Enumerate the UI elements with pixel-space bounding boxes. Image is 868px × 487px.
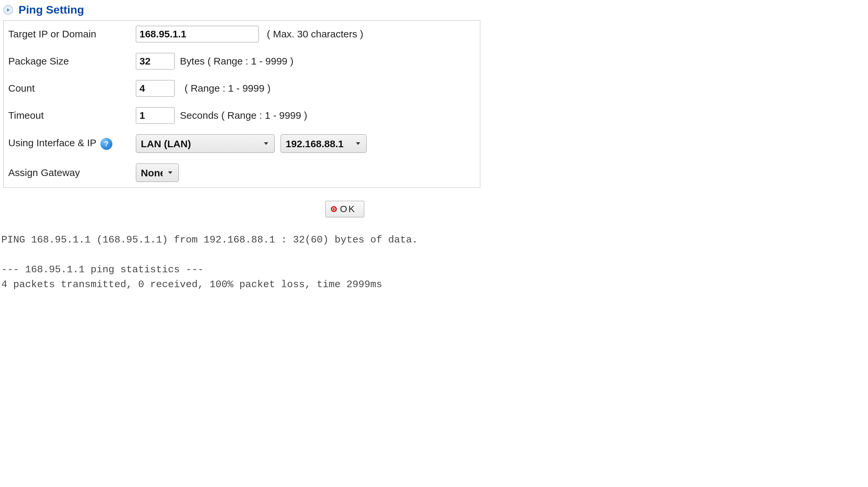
help-icon[interactable]: ? <box>100 138 113 150</box>
gateway-select-wrap: None <box>136 164 179 182</box>
label-timeout: Timeout <box>4 102 131 129</box>
chevron-right-icon <box>3 5 13 15</box>
row-count: Count ( Range : 1 - 9999 ) <box>4 75 480 102</box>
button-row: OK <box>3 201 364 218</box>
interface-select-wrap: LAN (LAN) <box>136 134 275 153</box>
label-count: Count <box>4 75 131 102</box>
ping-setting-panel: Target IP or Domain ( Max. 30 characters… <box>3 20 480 188</box>
ip-select[interactable]: 192.168.88.1 <box>281 134 367 153</box>
hint-target: ( Max. 30 characters ) <box>267 28 363 39</box>
row-interface: Using Interface & IP ? LAN (LAN) 192.168… <box>4 129 480 158</box>
target-input[interactable] <box>136 26 259 42</box>
ok-button[interactable]: OK <box>325 201 364 218</box>
row-gateway: Assign Gateway None <box>4 158 480 187</box>
label-gateway: Assign Gateway <box>4 158 131 187</box>
package-size-input[interactable] <box>136 53 175 69</box>
record-dot-icon <box>331 206 337 212</box>
gateway-select[interactable]: None <box>136 164 179 182</box>
ping-output: PING 168.95.1.1 (168.95.1.1) from 192.16… <box>1 233 481 292</box>
hint-timeout: Seconds ( Range : 1 - 9999 ) <box>180 110 307 121</box>
row-package-size: Package Size Bytes ( Range : 1 - 9999 ) <box>4 48 480 75</box>
label-interface: Using Interface & IP <box>8 137 96 148</box>
hint-count: ( Range : 1 - 9999 ) <box>184 83 270 94</box>
row-target: Target IP or Domain ( Max. 30 characters… <box>4 21 480 48</box>
row-timeout: Timeout Seconds ( Range : 1 - 9999 ) <box>4 102 480 129</box>
timeout-input[interactable] <box>136 107 175 124</box>
label-target: Target IP or Domain <box>4 21 131 48</box>
panel-title: Ping Setting <box>19 3 84 16</box>
count-input[interactable] <box>136 80 175 96</box>
panel-header: Ping Setting <box>3 3 481 16</box>
label-package-size: Package Size <box>4 48 131 75</box>
ping-setting-page: Ping Setting Target IP or Domain ( Max. … <box>0 0 481 305</box>
ok-button-label: OK <box>340 204 356 214</box>
ip-select-wrap: 192.168.88.1 <box>281 134 367 153</box>
hint-package-size: Bytes ( Range : 1 - 9999 ) <box>180 56 293 66</box>
interface-select[interactable]: LAN (LAN) <box>136 134 275 153</box>
